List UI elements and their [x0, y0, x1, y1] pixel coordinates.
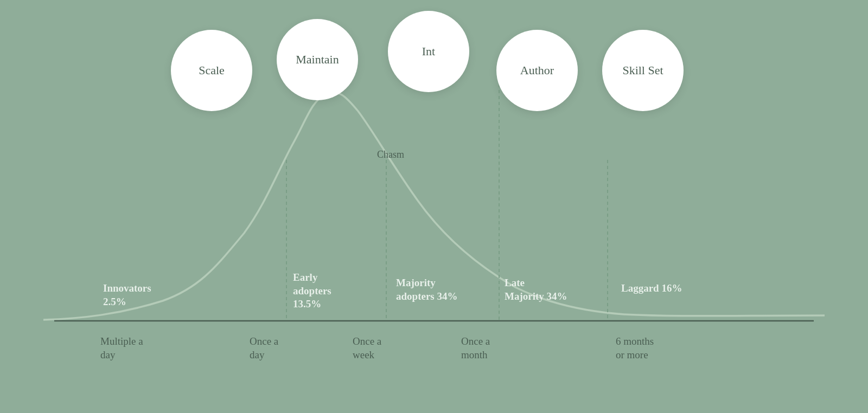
segment-laggard: Laggard 16% [621, 282, 682, 295]
freq-multiple-day: Multiple a day [100, 335, 143, 362]
circle-maintain: Maintain [277, 19, 358, 100]
chart-container: Scale Maintain Int Author Skill Set Chas… [0, 0, 868, 413]
freq-once-month: Once a month [461, 335, 490, 362]
circle-skillset: Skill Set [602, 30, 684, 111]
circle-scale: Scale [171, 30, 252, 111]
segment-innovators: Innovators 2.5% [103, 282, 151, 308]
segment-majority-adopters: Majority adopters 34% [396, 276, 457, 303]
chasm-label: Chasm [377, 149, 404, 160]
circle-int: Int [388, 11, 469, 92]
circle-author: Author [496, 30, 578, 111]
freq-once-week: Once a week [353, 335, 381, 362]
freq-once-day: Once a day [250, 335, 278, 362]
segment-early-adopters: Early adopters 13.5% [293, 271, 331, 311]
freq-six-months: 6 months or more [616, 335, 654, 362]
segment-late-majority: Late Majority 34% [505, 276, 567, 303]
